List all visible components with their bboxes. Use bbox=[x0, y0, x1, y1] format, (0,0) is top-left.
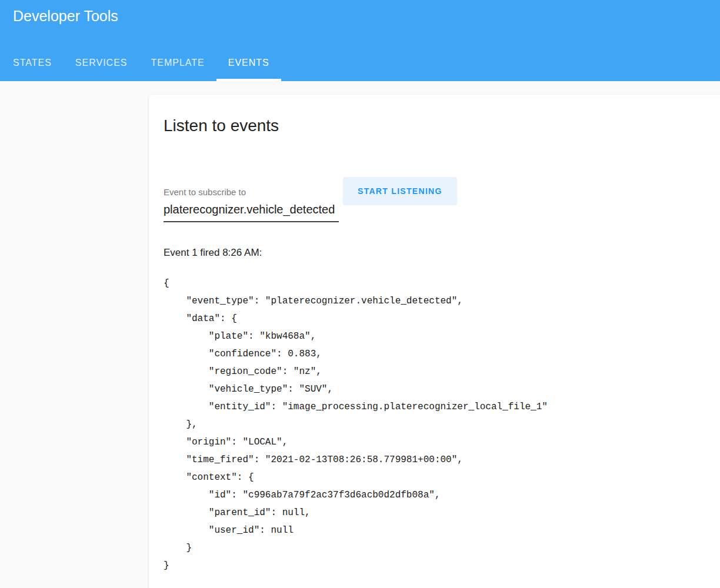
content-area: Listen to events Event to subscribe to S… bbox=[0, 81, 720, 588]
tab-events[interactable]: EVENTS bbox=[216, 52, 281, 81]
event-subscribe-label: Event to subscribe to bbox=[164, 187, 339, 198]
card-title: Listen to events bbox=[164, 116, 712, 136]
subscribe-row: Event to subscribe to START LISTENING bbox=[164, 177, 712, 222]
tab-services[interactable]: SERVICES bbox=[64, 52, 139, 81]
page-title: Developer Tools bbox=[0, 0, 720, 25]
tab-states[interactable]: STATES bbox=[1, 52, 64, 81]
event-subscribe-input[interactable] bbox=[164, 198, 339, 222]
event-json-output: { "event_type": "platerecognizer.vehicle… bbox=[164, 275, 712, 574]
app-header: Developer Tools STATES SERVICES TEMPLATE… bbox=[0, 0, 720, 81]
event-fired-label: Event 1 fired 8:26 AM: bbox=[164, 247, 712, 259]
tab-template[interactable]: TEMPLATE bbox=[139, 52, 216, 81]
listen-to-events-card: Listen to events Event to subscribe to S… bbox=[149, 95, 720, 588]
start-listening-button[interactable]: START LISTENING bbox=[343, 177, 457, 205]
event-subscribe-field: Event to subscribe to bbox=[164, 187, 339, 222]
tab-bar: STATES SERVICES TEMPLATE EVENTS bbox=[1, 52, 720, 81]
developer-tools-page: Developer Tools STATES SERVICES TEMPLATE… bbox=[0, 0, 720, 588]
